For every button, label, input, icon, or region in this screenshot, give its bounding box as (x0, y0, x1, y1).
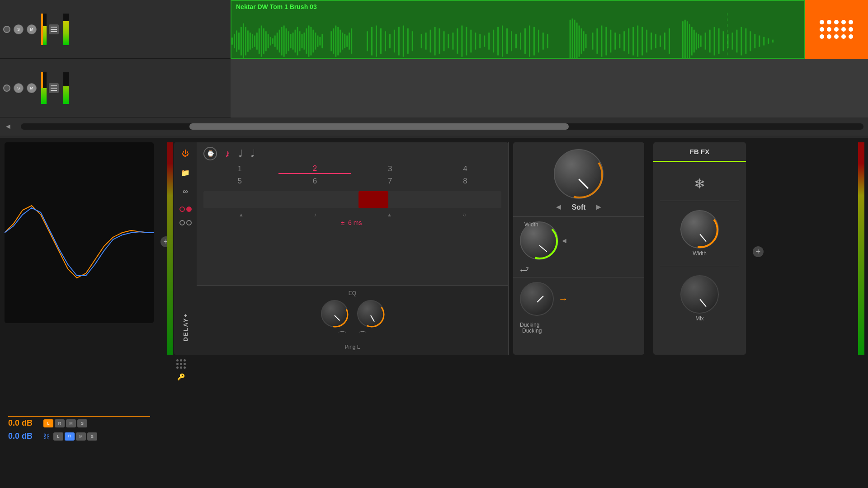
add-plugin-right-btn[interactable]: + (753, 246, 764, 257)
channel-S-blue[interactable]: S (87, 432, 97, 441)
svg-rect-101 (601, 25, 602, 56)
step-8-btn[interactable]: 8 (429, 177, 501, 186)
channel-R-blue[interactable]: R (65, 432, 75, 441)
folder-btn[interactable]: 📁 (179, 166, 192, 179)
toolbar-dots-grid[interactable] (176, 359, 186, 369)
svg-rect-117 (682, 21, 684, 59)
fbfx-mix-knob[interactable] (680, 275, 719, 314)
svg-rect-3 (238, 33, 240, 50)
svg-rect-16 (268, 34, 269, 48)
waveform-title: Nektar DW Tom 1 Brush 03 (231, 1, 804, 13)
step-7-btn[interactable]: 7 (354, 177, 426, 186)
scroll-left-arrow[interactable]: ◄ (5, 122, 12, 131)
link-icon-sidebar[interactable]: ∞ (179, 185, 192, 198)
link-icon[interactable]: ⛓ (43, 433, 50, 440)
svg-rect-94 (576, 23, 578, 59)
step-6-btn[interactable]: 6 (278, 177, 351, 186)
svg-rect-77 (488, 33, 490, 50)
track2-record-btn[interactable] (3, 84, 10, 92)
svg-rect-109 (637, 25, 638, 56)
track1-menu-btn[interactable] (49, 24, 59, 34)
soft-knob[interactable] (554, 149, 604, 199)
power-btn[interactable]: ⏻ (179, 147, 192, 160)
channel-M-blue[interactable]: M (76, 432, 86, 441)
freeze-icon[interactable]: ❄ (694, 176, 705, 192)
circle-right (186, 220, 192, 225)
svg-rect-132 (732, 33, 733, 50)
svg-rect-49 (349, 33, 350, 50)
svg-rect-5 (243, 23, 244, 59)
svg-rect-102 (605, 27, 607, 56)
svg-rect-71 (461, 25, 462, 56)
svg-rect-58 (398, 27, 400, 56)
track-controls-area: S M (0, 0, 231, 127)
svg-rect-17 (270, 37, 271, 46)
eq-section: EQ (197, 285, 508, 355)
soft-prev-arrow[interactable]: ◄ (555, 202, 563, 212)
width-arrow-right[interactable]: ◄ (561, 237, 568, 245)
ducking-knob[interactable] (520, 282, 554, 316)
timing-section: ⌚ ♪ ♩ 𝅘𝅥 1 2 3 4 5 (197, 142, 509, 355)
plugin-main-content: ⌚ ♪ ♩ 𝅘𝅥 1 2 3 4 5 (197, 142, 509, 355)
eq-knob-1[interactable] (321, 300, 348, 327)
daw-top-area: S M (0, 0, 868, 127)
copy-back-icon[interactable]: ⮐ (520, 264, 529, 275)
channel-L-orange[interactable]: L (43, 419, 53, 427)
fbfx-mix-container: Mix (680, 275, 719, 322)
svg-rect-82 (511, 31, 512, 51)
channel-S-orange[interactable]: S (77, 419, 87, 427)
step-3-btn[interactable]: 3 (354, 164, 426, 174)
eq-knob-2[interactable] (357, 300, 384, 327)
step-5-btn[interactable]: 5 (203, 177, 276, 186)
key-icon[interactable]: 🔑 (177, 373, 185, 380)
step-2-btn[interactable]: 2 (278, 164, 351, 174)
oscilloscope-svg (5, 142, 154, 323)
svg-rect-50 (351, 28, 352, 54)
arr-1: ▲ (239, 212, 244, 217)
svg-rect-96 (581, 28, 582, 54)
track1-record-btn[interactable] (3, 26, 10, 33)
plugin-name-label: DELAY+ (182, 313, 189, 341)
svg-rect-66 (439, 28, 440, 54)
scrollbar-track[interactable] (21, 123, 863, 130)
svg-rect-140 (768, 38, 769, 44)
fbfx-divider-2 (660, 266, 739, 266)
svg-rect-133 (736, 30, 737, 52)
step-4-btn[interactable]: 4 (429, 164, 501, 174)
svg-rect-52 (371, 27, 373, 56)
svg-rect-9 (252, 34, 253, 48)
step-numbers-grid: 1 2 3 4 5 6 7 8 (203, 164, 501, 186)
sync-note-btn[interactable]: ♩ (238, 148, 243, 160)
svg-rect-80 (502, 25, 503, 56)
channel-R-orange[interactable]: R (55, 419, 65, 427)
track2-menu-btn[interactable] (49, 83, 59, 93)
fbfx-width-label: Width (693, 250, 707, 257)
track2-mute-btn[interactable]: M (27, 83, 37, 93)
sync-note-dotted-btn[interactable]: ♪ (225, 148, 230, 160)
svg-rect-137 (754, 34, 755, 48)
fbfx-width-knob[interactable] (680, 210, 719, 249)
track2-solo-btn[interactable]: S (14, 83, 24, 93)
step-1-btn[interactable]: 1 (203, 164, 276, 174)
db-value-orange: 0.0 dB (8, 418, 40, 428)
track1-solo-btn[interactable]: S (14, 24, 24, 34)
svg-rect-87 (533, 27, 535, 56)
svg-rect-13 (261, 25, 262, 56)
svg-rect-19 (274, 35, 276, 47)
svg-rect-111 (646, 30, 647, 52)
svg-rect-2 (236, 30, 237, 52)
arr-4: ♫ (462, 212, 466, 217)
scrollbar-thumb[interactable] (189, 123, 569, 130)
sync-clock-btn[interactable]: ⌚ (203, 147, 217, 160)
delay-plugin-panel: ⏻ 📁 ∞ DELAY+ (174, 142, 509, 355)
channel-L-blue[interactable]: L (53, 432, 63, 441)
svg-rect-20 (277, 33, 278, 50)
two-circles (179, 220, 192, 225)
step-progress-bar[interactable] (203, 191, 501, 208)
soft-next-arrow[interactable]: ► (595, 202, 603, 212)
svg-rect-81 (506, 28, 508, 54)
dot-1 (176, 359, 179, 361)
svg-rect-93 (574, 20, 576, 59)
track1-mute-btn[interactable]: M (27, 24, 37, 34)
channel-M-orange[interactable]: M (66, 419, 76, 427)
